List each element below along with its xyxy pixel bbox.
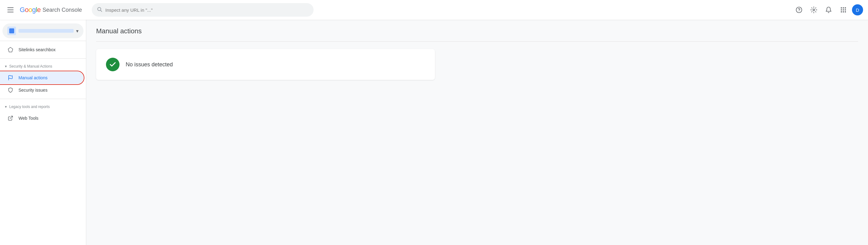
sidebar-divider-1 <box>0 41 86 41</box>
notifications-button[interactable] <box>823 4 835 16</box>
svg-rect-13 <box>845 11 846 12</box>
property-name-blurred <box>19 29 73 33</box>
topbar: Google Search Console <box>0 0 868 20</box>
sidebar-item-label: Sitelinks searchbox <box>19 47 56 52</box>
svg-line-1 <box>100 10 102 11</box>
flag-icon <box>7 75 13 81</box>
sidebar-item-label: Web Tools <box>19 116 38 121</box>
external-link-icon <box>7 115 13 121</box>
sidebar-item-label: Security issues <box>19 88 48 92</box>
diamond-icon <box>7 47 13 53</box>
sidebar-item-web-tools[interactable]: Web Tools <box>0 112 84 124</box>
page-title: Manual actions <box>96 27 858 35</box>
sidebar-divider-3 <box>0 99 86 99</box>
svg-rect-12 <box>843 11 844 12</box>
product-name: Search Console <box>42 7 82 13</box>
chevron-down-icon: ▾ <box>76 28 79 34</box>
svg-rect-11 <box>841 11 842 12</box>
chevron-icon: ▾ <box>5 105 7 109</box>
svg-rect-5 <box>841 7 842 9</box>
search-icon <box>97 6 102 13</box>
apps-button[interactable] <box>837 4 849 16</box>
status-card: No issues detected <box>96 49 435 80</box>
svg-point-4 <box>813 9 815 11</box>
svg-line-16 <box>10 116 12 118</box>
main-layout: ▾ Sitelinks searchbox ▾ Security & Manua… <box>0 20 868 245</box>
main-content: Manual actions No issues detected <box>86 20 868 245</box>
svg-rect-8 <box>841 9 842 10</box>
svg-rect-10 <box>845 9 846 10</box>
svg-marker-14 <box>8 48 13 52</box>
status-message: No issues detected <box>126 61 173 68</box>
sidebar: ▾ Sitelinks searchbox ▾ Security & Manua… <box>0 20 86 245</box>
svg-rect-7 <box>845 7 846 9</box>
chevron-icon: ▾ <box>5 64 7 69</box>
section-security-manual-actions[interactable]: ▾ Security & Manual Actions <box>0 61 86 72</box>
sidebar-divider-2 <box>0 58 86 59</box>
search-bar[interactable] <box>92 3 314 17</box>
property-selector[interactable]: ▾ <box>2 23 84 38</box>
sidebar-item-sitelinks-searchbox[interactable]: Sitelinks searchbox <box>0 44 84 56</box>
avatar[interactable]: D <box>852 4 863 16</box>
logo[interactable]: Google Search Console <box>20 6 82 14</box>
section-legacy-tools[interactable]: ▾ Legacy tools and reports <box>0 102 86 112</box>
search-input[interactable] <box>105 7 309 12</box>
google-logo: Google <box>20 6 41 14</box>
settings-button[interactable] <box>808 4 820 16</box>
sidebar-item-manual-actions[interactable]: Manual actions <box>0 72 84 84</box>
svg-rect-9 <box>843 9 844 10</box>
sidebar-item-label: Manual actions <box>19 75 48 80</box>
help-button[interactable] <box>793 4 805 16</box>
section-label: Legacy tools and reports <box>9 105 50 109</box>
section-label: Security & Manual Actions <box>9 64 52 69</box>
topbar-right: D <box>793 4 863 16</box>
property-icon <box>7 27 16 35</box>
sidebar-item-security-issues[interactable]: Security issues <box>0 84 84 96</box>
menu-button[interactable] <box>5 5 16 15</box>
check-circle-icon <box>106 58 120 71</box>
shield-icon <box>7 87 13 93</box>
svg-rect-6 <box>843 7 844 9</box>
